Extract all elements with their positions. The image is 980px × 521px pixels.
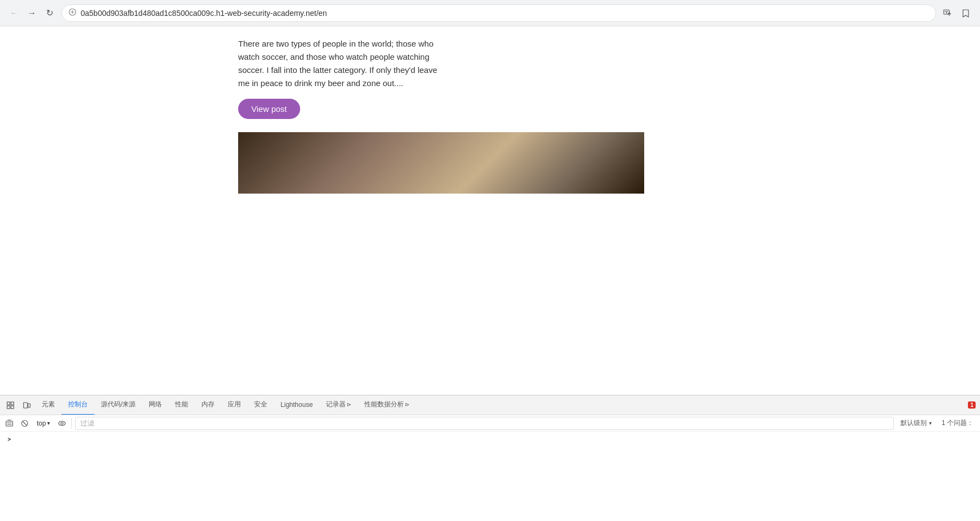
filter-input[interactable] xyxy=(80,419,889,427)
error-badge: 1 xyxy=(968,401,976,409)
blog-post-content: There are two types of people in the wor… xyxy=(0,26,439,130)
tab-console[interactable]: 控制台 xyxy=(61,395,94,415)
eye-button[interactable] xyxy=(56,417,68,429)
refresh-button[interactable]: ↻ xyxy=(42,5,57,21)
svg-point-10 xyxy=(59,421,65,426)
address-bar[interactable]: 0a5b00d903afb1d480ad1c8500ca009c.h1-web-… xyxy=(61,4,936,22)
tab-sources[interactable]: 源代码/来源 xyxy=(94,395,142,415)
blog-post-image xyxy=(238,132,644,194)
forward-button[interactable]: → xyxy=(24,5,40,21)
tab-memory[interactable]: 内存 xyxy=(195,395,221,415)
svg-rect-8 xyxy=(6,421,13,426)
tab-security[interactable]: 安全 xyxy=(247,395,274,415)
performance-insights-overflow-icon: ⊳ xyxy=(405,401,409,407)
tab-performance-insights[interactable]: 性能数据分析 ⊳ xyxy=(358,395,416,415)
svg-rect-3 xyxy=(11,402,14,405)
frame-selector[interactable]: top ▾ xyxy=(34,418,53,429)
console-toolbar: top ▾ 默认级别 ▾ 1 个问题： xyxy=(0,415,980,432)
devtools-panel: 元素 控制台 源代码/来源 网络 性能 内存 应用 安全 Lighthouse … xyxy=(0,395,980,521)
security-icon xyxy=(69,8,76,18)
inspect-element-button[interactable] xyxy=(2,397,19,414)
svg-rect-7 xyxy=(28,404,30,407)
console-content xyxy=(0,432,980,447)
svg-point-11 xyxy=(61,422,63,424)
back-button[interactable]: ← xyxy=(7,5,22,21)
browser-actions xyxy=(940,5,973,21)
default-level-arrow: ▾ xyxy=(929,420,932,426)
tab-application[interactable]: 应用 xyxy=(221,395,247,415)
issues-count: 1 个问题： xyxy=(938,418,977,428)
bookmark-button[interactable] xyxy=(958,5,973,21)
filter-divider xyxy=(71,418,72,429)
browser-chrome: ← → ↻ 0a5b00d903afb1d480ad1c8500ca009c.h… xyxy=(0,0,980,26)
blog-post-text: There are two types of people in the wor… xyxy=(238,37,439,90)
prohibit-button[interactable] xyxy=(19,417,31,429)
translate-button[interactable] xyxy=(940,5,956,21)
console-prompt[interactable] xyxy=(4,434,976,445)
default-level-selector[interactable]: 默认级别 ▾ xyxy=(897,417,935,429)
error-count-area: 1 xyxy=(966,401,976,409)
nav-buttons: ← → ↻ xyxy=(7,5,57,21)
tab-recorder[interactable]: 记录器 ⊳ xyxy=(319,395,358,415)
filter-wrapper[interactable] xyxy=(75,417,894,430)
page-content: There are two types of people in the wor… xyxy=(0,26,980,395)
tab-network[interactable]: 网络 xyxy=(142,395,168,415)
svg-rect-2 xyxy=(7,402,10,405)
tab-elements[interactable]: 元素 xyxy=(35,395,61,415)
tab-lighthouse[interactable]: Lighthouse xyxy=(274,395,319,415)
view-post-button[interactable]: View post xyxy=(238,99,300,119)
svg-rect-5 xyxy=(11,406,14,409)
recorder-overflow-icon: ⊳ xyxy=(347,401,351,407)
svg-rect-4 xyxy=(7,406,10,409)
clear-console-button[interactable] xyxy=(3,417,15,429)
url-text: 0a5b00d903afb1d480ad1c8500ca009c.h1-web-… xyxy=(81,9,929,18)
svg-rect-6 xyxy=(24,403,27,408)
device-toggle-button[interactable] xyxy=(19,397,35,414)
frame-selector-arrow: ▾ xyxy=(47,420,50,426)
tab-performance[interactable]: 性能 xyxy=(168,395,195,415)
devtools-tabs: 元素 控制台 源代码/来源 网络 性能 内存 应用 安全 Lighthouse … xyxy=(0,395,980,415)
